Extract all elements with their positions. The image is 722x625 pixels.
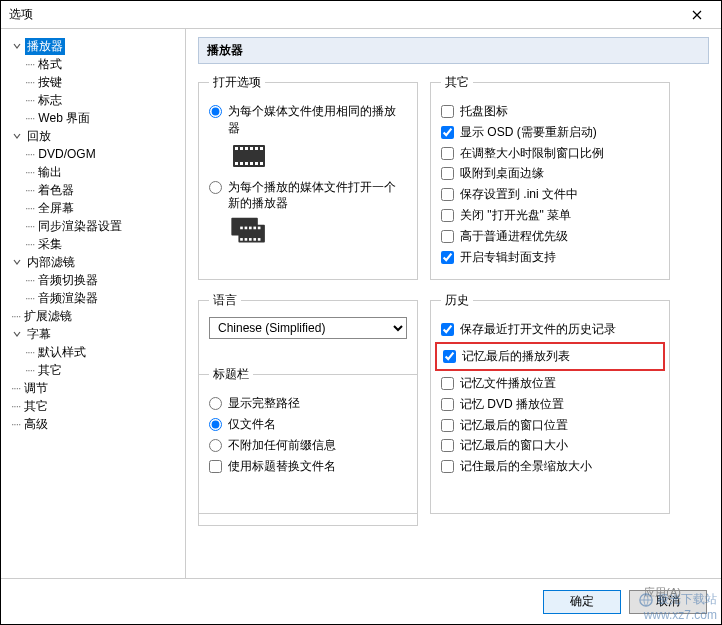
tree-dots: ···· [25,93,34,107]
chevron-down-icon[interactable] [11,40,23,52]
tree-item-2[interactable]: ····按键 [5,73,181,91]
check-close-disc-menu[interactable] [441,209,454,222]
radio-same-player[interactable] [209,105,222,118]
check-remember-win-pos[interactable] [441,419,454,432]
tree-dots: ···· [25,363,34,377]
tree-label: 字幕 [25,326,53,343]
cancel-button[interactable]: 取消 [629,590,707,614]
window-title: 选项 [9,6,33,23]
svg-rect-19 [258,227,261,230]
check-limit-ratio-label: 在调整大小时限制窗口比例 [460,145,604,162]
tree-item-16[interactable]: 字幕 [5,325,181,343]
check-save-history[interactable] [441,323,454,336]
svg-rect-12 [260,162,263,165]
tree-label: 扩展滤镜 [22,308,74,325]
tree-item-17[interactable]: ····默认样式 [5,343,181,361]
check-remember-zoom[interactable] [441,460,454,473]
tree-item-5[interactable]: 回放 [5,127,181,145]
ok-button[interactable]: 确定 [543,590,621,614]
tree-item-9[interactable]: ····全屏幕 [5,199,181,217]
tree-label: 音频切换器 [36,272,100,289]
check-remember-playlist[interactable] [443,350,456,363]
tree-item-13[interactable]: ····音频切换器 [5,271,181,289]
page-title: 播放器 [198,37,709,64]
tree-item-1[interactable]: ····格式 [5,55,181,73]
nav-tree[interactable]: 播放器····格式····按键····标志····Web 界面回放····DVD… [1,29,186,578]
svg-rect-7 [235,162,238,165]
film-stack-icon [229,216,269,246]
check-save-ini[interactable] [441,188,454,201]
tree-label: 标志 [36,92,64,109]
tree-item-19[interactable]: ····调节 [5,379,181,397]
radio-no-prefix[interactable] [209,439,222,452]
check-limit-ratio[interactable] [441,147,454,160]
check-album-art[interactable] [441,251,454,264]
check-remember-file-pos-label: 记忆文件播放位置 [460,375,556,392]
highlighted-option: 记忆最后的播放列表 [435,342,665,371]
group-open-options: 打开选项 为每个媒体文件使用相同的播放器 为每个播放的媒体文件打开一个新的播放器 [198,74,418,280]
svg-rect-20 [240,238,243,241]
check-album-art-label: 开启专辑封面支持 [460,249,556,266]
tree-item-3[interactable]: ····标志 [5,91,181,109]
check-remember-dvd-pos[interactable] [441,398,454,411]
tree-label: 全屏幕 [36,200,76,217]
tree-dots: ···· [25,111,34,125]
svg-rect-15 [240,227,243,230]
tree-item-18[interactable]: ····其它 [5,361,181,379]
tree-item-21[interactable]: ····高级 [5,415,181,433]
svg-rect-2 [240,147,243,150]
check-use-title-label: 使用标题替换文件名 [228,458,336,475]
tree-item-4[interactable]: ····Web 界面 [5,109,181,127]
tree-item-7[interactable]: ····输出 [5,163,181,181]
chevron-down-icon[interactable] [11,130,23,142]
check-remember-win-size[interactable] [441,439,454,452]
tree-item-14[interactable]: ····音频渲染器 [5,289,181,307]
tree-label: 格式 [36,56,64,73]
check-osd[interactable] [441,126,454,139]
tree-label: 高级 [22,416,50,433]
group-titlebar: 标题栏 显示完整路径 仅文件名 不附加任何前缀信息 使用标题替换文件名 [198,366,418,526]
tree-item-6[interactable]: ····DVD/OGM [5,145,181,163]
svg-rect-4 [250,147,253,150]
svg-rect-22 [249,238,252,241]
tree-item-0[interactable]: 播放器 [5,37,181,55]
radio-new-player[interactable] [209,181,222,194]
check-snap-desktop[interactable] [441,167,454,180]
tree-label: 着色器 [36,182,76,199]
tree-label: 其它 [36,362,64,379]
tree-item-15[interactable]: ····扩展滤镜 [5,307,181,325]
group-history: 历史 保存最近打开文件的历史记录 记忆最后的播放列表 记忆文件播放位置 记忆 D… [430,292,670,514]
svg-rect-18 [253,227,256,230]
tree-dots: ···· [25,75,34,89]
legend-history: 历史 [441,292,473,309]
check-high-priority[interactable] [441,230,454,243]
tree-label: 调节 [22,380,50,397]
tree-item-10[interactable]: ····同步渲染器设置 [5,217,181,235]
tree-label: 输出 [36,164,64,181]
tree-item-11[interactable]: ····采集 [5,235,181,253]
footer: 确定 取消 应用(A) 极光下载站 www.xz7.com [1,578,721,624]
tree-item-12[interactable]: 内部滤镜 [5,253,181,271]
radio-full-path[interactable] [209,397,222,410]
check-remember-file-pos[interactable] [441,377,454,390]
tree-item-20[interactable]: ····其它 [5,397,181,415]
radio-filename-only[interactable] [209,418,222,431]
check-remember-dvd-pos-label: 记忆 DVD 播放位置 [460,396,564,413]
tree-item-8[interactable]: ····着色器 [5,181,181,199]
close-icon [692,10,702,20]
check-osd-label: 显示 OSD (需要重新启动) [460,124,597,141]
tree-label: 内部滤镜 [25,254,77,271]
tree-dots: ···· [11,399,20,413]
chevron-down-icon[interactable] [11,328,23,340]
tree-dots: ···· [11,309,20,323]
tree-label: 采集 [36,236,64,253]
close-button[interactable] [681,5,713,25]
check-save-history-label: 保存最近打开文件的历史记录 [460,321,616,338]
chevron-down-icon[interactable] [11,256,23,268]
svg-rect-23 [253,238,256,241]
check-use-title[interactable] [209,460,222,473]
check-high-priority-label: 高于普通进程优先级 [460,228,568,245]
check-save-ini-label: 保存设置到 .ini 文件中 [460,186,578,203]
language-select[interactable]: Chinese (Simplified) [209,317,407,339]
check-tray-icon[interactable] [441,105,454,118]
